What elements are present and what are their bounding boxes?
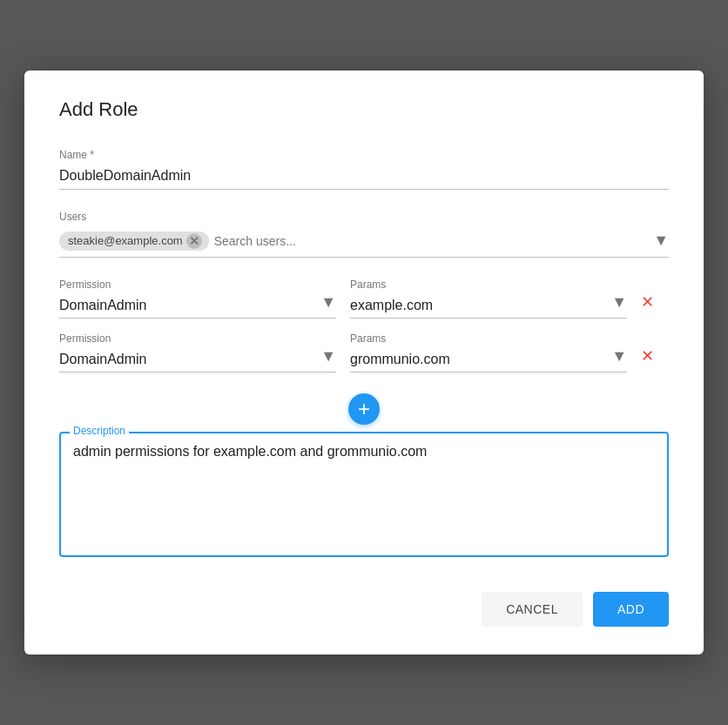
add-role-dialog: Add Role Name * Users steakie@example.co… bbox=[24, 70, 704, 655]
params-label-2: Params bbox=[350, 332, 627, 345]
cancel-button[interactable]: CANCEL bbox=[482, 592, 583, 627]
permission-col-1: Permission DomainAdmin ▼ bbox=[59, 279, 336, 319]
permission-col-2: Permission DomainAdmin ▼ bbox=[59, 332, 336, 373]
params-select-1[interactable]: example.com bbox=[350, 294, 627, 319]
user-tag: steakie@example.com ✕ bbox=[59, 232, 209, 251]
delete-permission-1[interactable]: ✕ bbox=[641, 292, 654, 312]
params-col-1: Params example.com ▼ bbox=[350, 279, 627, 319]
permissions-grid: Permission DomainAdmin ▼ Params example.… bbox=[59, 279, 669, 379]
add-button[interactable]: ADD bbox=[593, 592, 669, 627]
users-search-input[interactable] bbox=[214, 234, 648, 248]
users-label: Users bbox=[59, 211, 669, 223]
add-permission-button[interactable]: + bbox=[348, 393, 380, 425]
users-section: Users steakie@example.com ✕ ▼ bbox=[59, 211, 669, 258]
permission-row-2: Permission DomainAdmin ▼ Params grommuni… bbox=[59, 332, 669, 379]
permission-select-wrapper-1: DomainAdmin ▼ bbox=[59, 294, 336, 319]
params-select-wrapper-2: grommunio.com ▼ bbox=[350, 348, 627, 373]
permission-label-1: Permission bbox=[59, 279, 336, 291]
delete-col-1: ✕ bbox=[641, 292, 669, 319]
params-select-2[interactable]: grommunio.com bbox=[350, 348, 627, 373]
permission-label-2: Permission bbox=[59, 332, 336, 345]
params-col-2: Params grommunio.com ▼ bbox=[350, 332, 627, 373]
delete-permission-2[interactable]: ✕ bbox=[641, 346, 654, 366]
users-field[interactable]: steakie@example.com ✕ ▼ bbox=[59, 226, 669, 258]
params-select-wrapper-1: example.com ▼ bbox=[350, 294, 627, 319]
permission-select-wrapper-2: DomainAdmin ▼ bbox=[59, 348, 336, 373]
permission-row-1: Permission DomainAdmin ▼ Params example.… bbox=[59, 279, 669, 326]
permission-select-2[interactable]: DomainAdmin bbox=[59, 348, 336, 373]
description-textarea[interactable]: admin permissions for example.com and gr… bbox=[73, 444, 655, 540]
dialog-actions: CANCEL ADD bbox=[59, 592, 669, 627]
name-section: Name * bbox=[59, 149, 669, 190]
user-tag-remove[interactable]: ✕ bbox=[186, 233, 202, 249]
params-label-1: Params bbox=[350, 279, 627, 291]
dialog-title: Add Role bbox=[59, 98, 669, 121]
name-input[interactable] bbox=[59, 164, 669, 190]
delete-col-2: ✕ bbox=[641, 346, 669, 373]
permission-select-1[interactable]: DomainAdmin bbox=[59, 294, 336, 319]
add-permission-row: + bbox=[59, 393, 669, 425]
name-label: Name * bbox=[59, 149, 669, 161]
description-section: Description admin permissions for exampl… bbox=[59, 432, 669, 557]
user-tag-email: steakie@example.com bbox=[68, 234, 183, 247]
description-label: Description bbox=[70, 425, 129, 437]
users-dropdown-arrow[interactable]: ▼ bbox=[653, 232, 669, 250]
